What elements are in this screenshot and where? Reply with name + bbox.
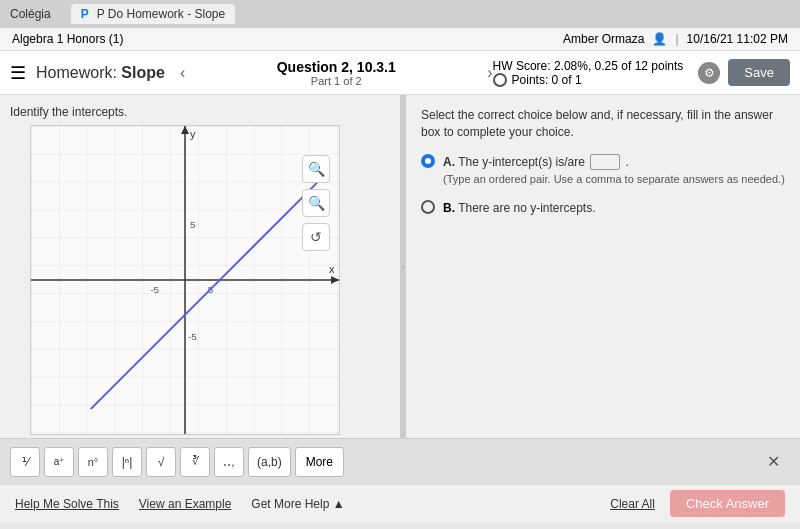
help-solve-link[interactable]: Help Me Solve This [15, 497, 119, 511]
divider: | [675, 32, 678, 46]
option-a[interactable]: A. The y-intercept(s) is/are . (Type an … [421, 153, 785, 188]
get-more-help-link[interactable]: Get More Help ▲ [251, 497, 344, 511]
absolute-value-icon: |ⁿ| [122, 455, 133, 469]
sqrt-button[interactable]: √ [146, 447, 176, 477]
absolute-value-button[interactable]: |ⁿ| [112, 447, 142, 477]
svg-text:y: y [190, 128, 196, 140]
browser-tab-homework[interactable]: P P Do Homework - Slope [71, 4, 236, 24]
points-circle-icon [493, 73, 507, 87]
zoom-in-icon: 🔍 [308, 161, 325, 177]
reset-view-button[interactable]: ↺ [302, 223, 330, 251]
svg-text:5: 5 [190, 219, 196, 230]
option-b-radio[interactable] [421, 200, 435, 214]
svg-text:x: x [329, 263, 335, 275]
p-icon: P [81, 7, 89, 21]
nav-title: Homework: Slope [36, 64, 165, 82]
ordered-pair-icon: (a,b) [257, 455, 282, 469]
answer-input-box[interactable] [590, 154, 620, 170]
option-a-radio[interactable] [421, 154, 435, 168]
svg-text:-5: -5 [150, 284, 159, 295]
app-header: Algebra 1 Honors (1) Amber Ormaza 👤 | 10… [0, 28, 800, 51]
ordered-pair-button[interactable]: (a,b) [248, 447, 291, 477]
bottom-bar: Help Me Solve This View an Example Get M… [0, 484, 800, 522]
app-title: Algebra 1 Honors (1) [12, 32, 123, 46]
main-content: Identify the intercepts. [0, 95, 800, 438]
nav-score: HW Score: 2.08%, 0.25 of 12 points Point… [493, 59, 684, 87]
hw-score-text: HW Score: 2.08%, 0.25 of 12 points [493, 59, 684, 73]
option-b[interactable]: B. There are no y-intercepts. [421, 199, 785, 217]
option-a-label: A. [443, 155, 455, 169]
option-b-label: B. [443, 201, 455, 215]
graph-svg: x y 5 -5 5 -5 [31, 126, 339, 434]
browser-bar: Colégia P P Do Homework - Slope [0, 0, 800, 28]
math-toolbar: ⅟ a⁺ n° |ⁿ| √ ∛ ‥, (a,b) More ✕ [0, 438, 800, 484]
graph-container: x y 5 -5 5 -5 [30, 125, 340, 435]
question-label: Question 2, 10.3.1 [277, 59, 396, 75]
points-text: Points: 0 of 1 [512, 73, 582, 87]
select-instruction: Select the correct choice below and, if … [421, 107, 785, 141]
browser-tab-colegia[interactable]: Colégia [10, 7, 51, 21]
period: . [626, 155, 629, 169]
clear-all-button[interactable]: Clear All [610, 497, 655, 511]
option-a-text1: The y-intercept(s) is/are [458, 155, 585, 169]
colegia-tab-label: Colégia [10, 7, 51, 21]
save-button[interactable]: Save [728, 59, 790, 86]
homework-tab-label: P Do Homework - Slope [97, 7, 226, 21]
settings-button[interactable]: ⚙ [698, 62, 720, 84]
cbrt-button[interactable]: ∛ [180, 447, 210, 477]
fraction-button[interactable]: ⅟ [10, 447, 40, 477]
decimal-button[interactable]: ‥, [214, 447, 244, 477]
mixed-number-icon: a⁺ [54, 456, 65, 467]
reset-icon: ↺ [310, 229, 322, 245]
zoom-out-button[interactable]: 🔍 [302, 189, 330, 217]
right-panel: Select the correct choice below and, if … [406, 95, 800, 438]
user-icon: 👤 [652, 32, 667, 46]
superscript-button[interactable]: n° [78, 447, 108, 477]
user-name: Amber Ormaza [563, 32, 644, 46]
mixed-number-button[interactable]: a⁺ [44, 447, 74, 477]
decimal-icon: ‥, [223, 455, 234, 469]
graph-tools: 🔍 🔍 ↺ [302, 155, 330, 251]
part-label: Part 1 of 2 [311, 75, 362, 87]
cbrt-icon: ∛ [192, 455, 199, 468]
nav-bar: ☰ Homework: Slope ‹ Question 2, 10.3.1 P… [0, 51, 800, 95]
option-b-text: There are no y-intercepts. [458, 201, 595, 215]
left-panel: Identify the intercepts. [0, 95, 400, 438]
superscript-icon: n° [88, 456, 99, 468]
nav-center: Question 2, 10.3.1 Part 1 of 2 [185, 59, 487, 87]
svg-text:-5: -5 [188, 331, 197, 342]
toolbar-close-button[interactable]: ✕ [757, 452, 790, 471]
option-b-content: B. There are no y-intercepts. [443, 199, 596, 217]
sqrt-icon: √ [158, 455, 165, 469]
check-answer-button[interactable]: Check Answer [670, 490, 785, 517]
menu-icon[interactable]: ☰ [10, 62, 26, 84]
option-a-content: A. The y-intercept(s) is/are . (Type an … [443, 153, 785, 188]
fraction-icon: ⅟ [22, 455, 29, 469]
zoom-in-button[interactable]: 🔍 [302, 155, 330, 183]
bottom-right: Clear All Check Answer [610, 490, 785, 517]
identify-text: Identify the intercepts. [10, 105, 390, 119]
more-button[interactable]: More [295, 447, 344, 477]
zoom-out-icon: 🔍 [308, 195, 325, 211]
view-example-link[interactable]: View an Example [139, 497, 232, 511]
nav-homework-name: Slope [121, 64, 165, 81]
datetime: 10/16/21 11:02 PM [687, 32, 788, 46]
option-a-hint: (Type an ordered pair. Use a comma to se… [443, 171, 785, 188]
